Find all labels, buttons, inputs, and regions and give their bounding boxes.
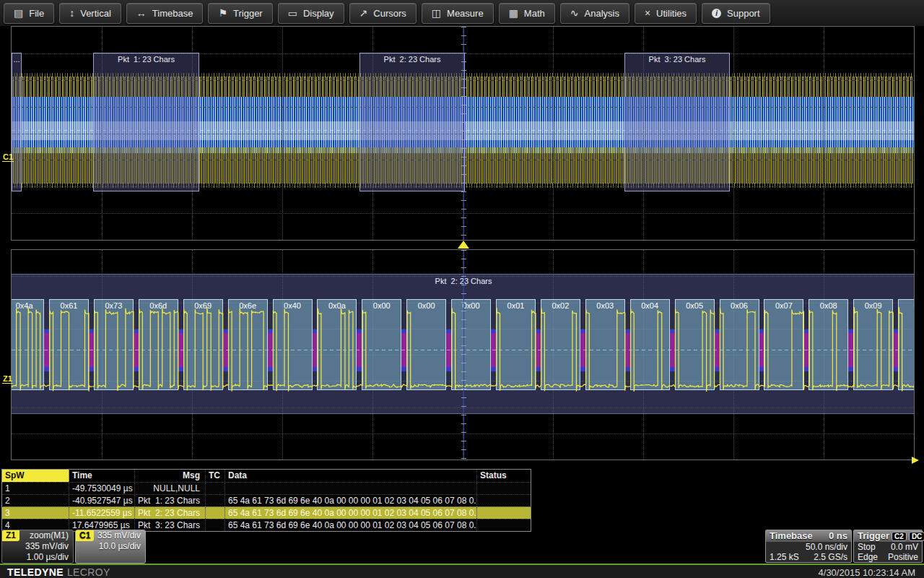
menu-button-label: Vertical — [80, 8, 111, 19]
menu-button-label: Display — [303, 8, 334, 19]
zoom-grid: Pkt 2: 23 Chars 0x4a0x610x730x6d0x690x6e… — [11, 249, 915, 460]
timebase-samples: 1.25 kS — [770, 552, 799, 562]
decode-table: SpWTimeMsgTCDataStatus1-49.7530049 µsNUL… — [1, 469, 531, 532]
trigger-position-line-zoom[interactable] — [463, 250, 464, 460]
timebase-per-div: 50.0 ns/div — [806, 542, 847, 552]
trigger-mode: Stop — [858, 542, 876, 552]
z1-descriptor-box[interactable]: Z1 zoom(M1) 335 mV/div 1.00 µs/div — [1, 530, 74, 564]
table-row[interactable]: 1-49.7530049 µsNULL,NULL — [2, 482, 531, 494]
column-header-spw: SpW — [2, 470, 69, 482]
packet-label: ... — [12, 55, 21, 64]
table-row[interactable]: 2-40.9527547 µsPkt 1: 23 Chars65 4a 61 7… — [2, 494, 531, 506]
trigger-level: 0.0 mV — [891, 542, 918, 552]
table-cell: NULL,NULL — [135, 483, 206, 494]
menu-button-cursors[interactable]: ↗Cursors — [349, 3, 417, 24]
menu-button-utilities[interactable]: ×Utilities — [635, 3, 697, 24]
timebase-offset: 0 ns — [829, 530, 847, 542]
c1-descriptor-box[interactable]: C1 335 mV/div 10.0 µs/div — [75, 530, 146, 564]
timebase-title: Timebase — [770, 530, 813, 542]
trigger-box[interactable]: Trigger C2 DC Stop 0.0 mV Edge Positive — [853, 530, 923, 563]
graticule-vline — [282, 27, 283, 240]
menu-button-label: Timebase — [152, 8, 193, 19]
column-header-msg: Msg — [135, 470, 206, 482]
table-cell: -49.7530049 µs — [69, 483, 135, 494]
packet-box: Pkt 3: 23 Chars — [624, 53, 730, 191]
table-cell — [477, 495, 526, 506]
trigger-type: Edge — [858, 552, 878, 562]
file-icon: ▤ — [14, 8, 23, 18]
menu-button-label: Measure — [447, 8, 484, 19]
table-cell — [477, 519, 526, 531]
column-header-data: Data — [225, 470, 477, 482]
trigger-coupling-badge: DC — [909, 532, 924, 541]
graticule-vline — [824, 27, 824, 240]
cursor-arrow-icon: ↗ — [359, 8, 368, 18]
calculator-icon: ▦ — [509, 8, 518, 18]
info-circle-icon: i — [712, 9, 721, 18]
status-bar: TELEDYNELECROY 4/30/2015 10:23:14 AM — [0, 564, 924, 578]
teledyne-lecroy-logo: TELEDYNELECROY — [7, 566, 110, 578]
table-cell: 2 — [2, 495, 69, 506]
trigger-title: Trigger — [858, 530, 889, 542]
table-cell: -40.9527547 µs — [69, 495, 135, 506]
menu-button-timebase[interactable]: ↔Timebase — [126, 3, 204, 24]
horizontal-arrows-icon: ↔ — [136, 8, 147, 18]
menu-bar: ▤File↕Vertical↔Timebase⚑Trigger▭Display↗… — [0, 0, 924, 26]
column-header-status: Status — [477, 470, 526, 482]
timebase-sample-rate: 2.5 GS/s — [814, 552, 847, 562]
table-cell — [477, 507, 526, 519]
vertical-arrows-icon: ↕ — [69, 8, 74, 18]
graticule-vline — [733, 27, 734, 240]
analysis-wave-icon: ∿ — [570, 8, 579, 18]
measure-icon: ◫ — [432, 8, 441, 18]
c1-trace-marker[interactable]: C1 — [2, 152, 14, 162]
menu-button-file[interactable]: ▤File — [4, 3, 54, 24]
trigger-slope: Positive — [888, 552, 918, 562]
utilities-tools-icon: × — [645, 8, 650, 18]
menu-button-math[interactable]: ▦Math — [499, 3, 555, 24]
zoom-extent-arrow-icon — [912, 457, 919, 464]
oscilloscope-screen: ▤File↕Vertical↔Timebase⚑Trigger▭Display↗… — [0, 0, 924, 578]
table-cell — [477, 483, 526, 494]
trigger-flag-icon: ⚑ — [218, 8, 227, 18]
table-cell: 65 4a 61 73 6d 69 6e 40 0a 00 00 00 01 0… — [225, 507, 477, 519]
table-cell: 1 — [2, 483, 69, 494]
table-cell: Pkt 2: 23 Chars — [135, 507, 206, 519]
table-cell — [206, 495, 225, 506]
packet-label: Pkt 1: 23 Chars — [94, 55, 199, 64]
table-cell: Pkt 1: 23 Chars — [135, 495, 206, 506]
datetime-display: 4/30/2015 10:23:14 AM — [819, 567, 915, 578]
z1-trace-marker[interactable]: Z1 — [2, 374, 13, 384]
decode-table-header: SpWTimeMsgTCDataStatus — [2, 470, 531, 482]
table-cell: -11.6522559 µs — [69, 507, 135, 519]
packet-box: Pkt 2: 23 Chars — [359, 53, 465, 191]
table-cell — [225, 483, 477, 494]
timebase-box[interactable]: Timebase 0 ns 50.0 ns/div 1.25 kS 2.5 GS… — [765, 530, 852, 563]
packet-box: ... — [12, 53, 22, 191]
table-cell: 65 4a 61 73 6d 69 6e 40 0a 00 00 00 01 0… — [225, 495, 477, 506]
menu-button-label: File — [29, 8, 44, 19]
table-cell — [206, 519, 225, 531]
menu-button-vertical[interactable]: ↕Vertical — [59, 3, 121, 24]
top-grid: ...Pkt 1: 23 CharsPkt 2: 23 CharsPkt 3: … — [11, 26, 915, 241]
z1-descriptor-tab: Z1 — [2, 530, 19, 541]
trigger-position-line[interactable] — [463, 27, 464, 240]
menu-button-label: Analysis — [585, 8, 619, 19]
trigger-time-marker[interactable] — [458, 241, 469, 249]
menu-button-analysis[interactable]: ∿Analysis — [560, 3, 629, 24]
c1-time-per-div: 10.0 µs/div — [76, 541, 145, 552]
c1-descriptor-tab: C1 — [76, 530, 94, 541]
table-cell: 65 4a 61 73 6d 69 6e 40 0a 00 00 00 01 0… — [225, 519, 477, 531]
menu-button-measure[interactable]: ◫Measure — [422, 3, 494, 24]
menu-button-label: Cursors — [373, 8, 406, 19]
column-header-tc: TC — [206, 470, 225, 482]
menu-button-trigger[interactable]: ⚑Trigger — [208, 3, 272, 24]
table-cell — [206, 483, 225, 494]
display-monitor-icon: ▭ — [288, 8, 297, 18]
trigger-source-badge: C2 — [892, 532, 907, 541]
graticule-vline — [553, 27, 554, 240]
menu-button-support[interactable]: iSupport — [702, 3, 770, 24]
menu-button-label: Trigger — [233, 8, 263, 19]
table-row[interactable]: 3-11.6522559 µsPkt 2: 23 Chars65 4a 61 7… — [2, 506, 531, 519]
menu-button-display[interactable]: ▭Display — [278, 3, 344, 24]
